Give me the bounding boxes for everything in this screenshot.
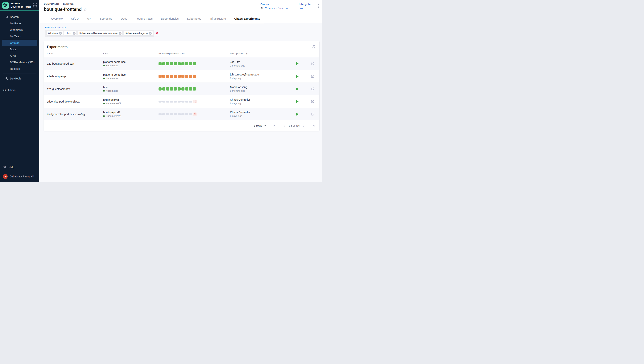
run-status-square [189,113,192,115]
run-status-square [193,62,196,65]
sidebar-nav: SearchMy PageWorkflowsMy TeamCatalogDocs… [0,11,39,72]
prev-page-button[interactable] [283,124,286,127]
card-title: Experiments [47,45,68,49]
table-body: e2e-boutique-prod-cartplatform-demo-hceK… [44,57,319,120]
tab-ci-cd[interactable]: CI/CD [67,15,83,23]
filter-label[interactable]: Filter Infrastructures [45,26,322,29]
sidebar-item-apis[interactable]: APIs [0,52,39,59]
favorite-star-icon[interactable]: ☆ [84,8,87,12]
sidebar-item-dora-metrics-sei-[interactable]: DORA Metrics (SEI) [0,59,39,66]
recent-runs [159,62,230,65]
experiment-name: loadgenerator-pod-delete-xw3qy [47,113,103,116]
run-experiment-play-button[interactable] [296,87,298,91]
sidebar-active-pill: Catalog [2,40,37,46]
app-window: Internal Developer Portal SearchMy PageW… [0,0,322,182]
sidebar-item-docs[interactable]: Docs [0,46,39,52]
sidebar-item-label: Docs [10,48,16,51]
run-status-square [166,75,169,78]
clear-filter-icon[interactable]: ✕ [154,30,159,36]
sidebar-item-my-team[interactable]: My Team [0,33,39,40]
run-status-square [189,87,192,90]
experiments-card: Experiments nameinfrarecent experiment r… [44,41,319,131]
sidebar-item-workflows[interactable]: Workflows [0,27,39,33]
tab-scorecard[interactable]: Scorecard [96,15,117,23]
sidebar-item-register[interactable]: Register [0,66,39,72]
filter-chip[interactable]: Kubernetes (Harness Infrastructure)✕ [78,31,122,36]
run-experiment-play-button[interactable] [296,100,298,103]
row-actions [291,112,319,116]
chip-close-icon[interactable]: ✕ [149,32,152,35]
open-external-icon[interactable] [311,100,314,103]
run-experiment-play-button[interactable] [296,112,298,116]
open-external-icon[interactable] [311,87,314,91]
first-page-button[interactable] [273,124,276,127]
run-experiment-play-button[interactable] [296,62,298,65]
rows-per-page-select[interactable]: 5 rows [254,124,266,127]
filter-chip[interactable]: Linux✕ [64,31,77,36]
chip-close-icon[interactable]: ✕ [59,32,62,35]
experiment-name: e2e-boutique-qa [47,75,103,78]
updated-by: john.crespo@harness.io [230,73,291,76]
last-updated-cell: Chaos Controller6 days ago [230,98,291,105]
sidebar-item-my-page[interactable]: My Page [0,20,39,27]
infra-subrow: Kubernetes [103,77,159,80]
column-header-infra: infra [103,52,159,55]
kebab-menu-icon[interactable] [318,4,319,8]
open-external-icon[interactable] [311,62,314,66]
user-menu[interactable]: DP Debabrata Panigrahi [0,174,39,179]
sidebar-item-search[interactable]: Search [0,14,39,20]
apps-grid-icon[interactable] [33,4,37,8]
run-status-square [162,75,165,78]
experiment-name: adservice-pod-delete-5lwbx [47,100,103,103]
updated-time: 6 days ago [230,77,291,80]
open-external-icon[interactable] [311,112,314,116]
chip-close-icon[interactable]: ✕ [73,32,76,35]
last-page-button[interactable] [312,124,315,127]
tab-dependencies[interactable]: Dependencies [157,15,183,23]
app-title: Internal Developer Portal [11,2,31,8]
run-status-square [174,87,177,90]
row-actions [291,100,319,103]
rows-per-page-value: 5 rows [254,124,262,127]
table-row: e2e-boutique-qaplatform-demo-hceKubernet… [44,70,319,82]
sidebar-item-admin[interactable]: ⚙ Admin [0,87,39,94]
tab-api[interactable]: API [83,15,96,23]
run-status-square [159,62,162,65]
run-status-square [166,100,169,102]
recent-runs [159,112,230,116]
sidebar-item-label: My Page [10,22,21,25]
filter-chip[interactable]: Kubernetes (Legacy)✕ [124,31,153,36]
sidebar-item-catalog[interactable]: Catalog [0,40,39,46]
column-header-last-updated-by: last updated by [230,52,291,55]
run-experiment-play-button[interactable] [296,75,298,78]
tab-overview[interactable]: Overview [47,15,67,23]
tab-infrastructure[interactable]: Infrastructure [205,15,230,23]
experiment-name: e2e-boutique-prod-cart [47,62,103,65]
recent-runs [159,87,230,90]
infra-subrow: Kubernetes [103,90,159,92]
updated-by: Joe Titra [230,60,291,64]
next-page-button[interactable] [302,124,305,127]
sidebar-item-devtools[interactable]: DevTools [0,75,39,82]
run-status-square [178,113,181,115]
tab-kubernetes[interactable]: Kubernetes [183,15,205,23]
pagination: 5 rows 1-5 of 416 [44,120,319,131]
infrastructure-filter-input[interactable]: Windows✕Linux✕Kubernetes (Harness Infras… [45,30,159,37]
run-status-square [193,75,196,78]
infra-name: hce [103,86,159,89]
refresh-icon[interactable] [312,44,316,49]
filter-chip[interactable]: Windows✕ [47,31,63,36]
updated-time: 2 months ago [230,64,291,67]
tab-feature-flags[interactable]: Feature Flags [131,15,157,23]
infra-type: KubernetesV2 [106,115,121,118]
tab-chaos-experiments[interactable]: Chaos Experiments [230,15,264,23]
people-icon [260,7,264,10]
sidebar: Internal Developer Portal SearchMy PageW… [0,0,39,182]
status-dot-icon [103,115,105,117]
run-status-square [170,113,173,115]
open-external-icon[interactable] [311,74,314,78]
tab-docs[interactable]: Docs [117,15,131,23]
owner-link[interactable]: Customer Success [265,7,288,10]
help-button[interactable]: ? Help [0,164,39,170]
chip-close-icon[interactable]: ✕ [119,32,122,35]
